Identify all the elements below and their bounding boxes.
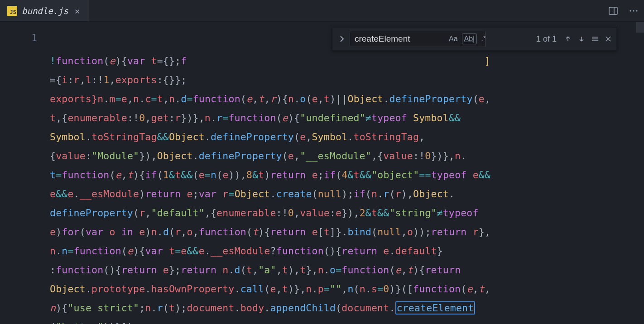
- close-find-icon[interactable]: [605, 35, 612, 43]
- tab-filename: bundle.js: [22, 6, 68, 16]
- next-match-icon[interactable]: [577, 35, 586, 43]
- js-file-icon: JS: [7, 6, 17, 16]
- close-icon[interactable]: ✕: [73, 6, 82, 16]
- editor-top-actions: [609, 0, 639, 22]
- svg-point-4: [636, 10, 637, 11]
- whole-word-toggle[interactable]: Ab|: [462, 33, 477, 44]
- line-number: 1: [0, 33, 37, 43]
- code-content[interactable]: !function(e){var t={};function n(r){if(t…: [50, 22, 644, 324]
- svg-point-3: [633, 10, 634, 11]
- editor-area[interactable]: 1 !function(e){var t={};function n(r){if…: [0, 22, 644, 324]
- more-actions-icon[interactable]: [629, 6, 639, 16]
- file-tab[interactable]: JS bundle.js ✕: [0, 0, 89, 21]
- match-case-toggle[interactable]: Aa: [447, 33, 460, 44]
- tab-bar: JS bundle.js ✕: [0, 0, 644, 22]
- find-in-selection-icon[interactable]: [591, 35, 599, 43]
- svg-rect-0: [609, 7, 617, 14]
- regex-toggle[interactable]: .*: [479, 33, 488, 44]
- line-number-gutter: 1: [0, 22, 50, 324]
- toggle-replace-icon[interactable]: [337, 33, 347, 45]
- search-match-current: createElement: [395, 301, 476, 314]
- find-result-count: 1 of 1: [536, 34, 557, 44]
- svg-point-2: [630, 10, 631, 11]
- previous-match-icon[interactable]: [564, 35, 572, 43]
- minimap[interactable]: [636, 22, 644, 33]
- find-widget: Aa Ab| .* 1 of 1: [332, 27, 617, 51]
- split-editor-icon[interactable]: [609, 6, 618, 15]
